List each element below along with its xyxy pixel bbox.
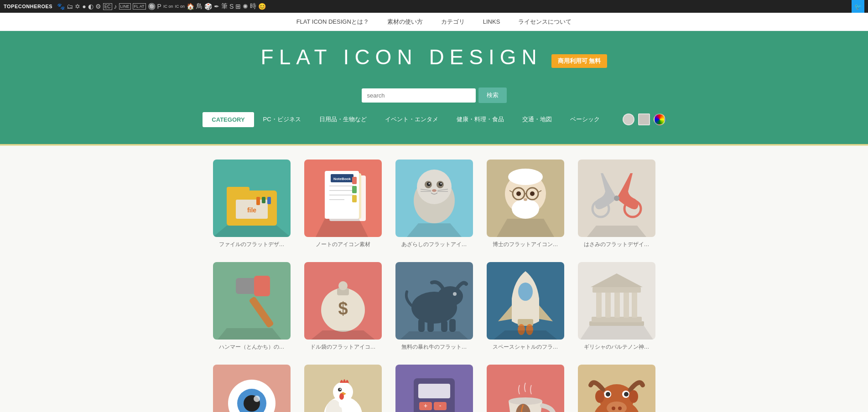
category-btn-health[interactable]: 健康・料理・食品	[447, 111, 513, 128]
svg-marker-83	[580, 326, 653, 340]
svg-text:file: file	[247, 206, 256, 214]
topbar-icon-8: ♪	[114, 3, 117, 10]
svg-text:$: $	[338, 299, 348, 318]
icon-label: ノートのアイコン素材	[316, 241, 370, 248]
topbar-icon-4: ●	[82, 3, 86, 10]
list-item[interactable]: $ ドル袋のフラットアイコ…	[304, 262, 382, 351]
svg-point-58	[338, 281, 348, 290]
icon-label: はさみのフラットデザイ…	[584, 241, 650, 248]
topbar-icon-1: 🐾	[57, 3, 65, 10]
svg-rect-81	[593, 287, 641, 293]
svg-rect-52	[249, 296, 274, 329]
icon-grid: file ファイルのフラットデザ… NoteBook	[183, 160, 685, 412]
list-item[interactable]: にわとりのフラットアイ…	[304, 365, 382, 412]
list-item[interactable]: はさみのフラットデザイ…	[578, 160, 655, 248]
svg-marker-47	[497, 219, 554, 237]
svg-rect-7	[267, 197, 271, 204]
list-item[interactable]: あざらしのフラットアイ…	[395, 160, 473, 248]
hero-search: 検索	[9, 88, 859, 103]
category-btn-event[interactable]: イベント・エンタメ	[376, 111, 447, 128]
svg-rect-64	[427, 320, 434, 332]
topbar-icon-19: 筆	[221, 2, 228, 10]
search-input[interactable]	[362, 88, 476, 103]
category-btn-transport[interactable]: 交通・地図	[513, 111, 561, 128]
list-item[interactable]: NoteBook ノートのアイコン素材	[304, 160, 382, 248]
topbar-icon-21: ⊞	[235, 3, 241, 10]
nav-item-about[interactable]: FLAT ICON DESIGNとは？	[296, 18, 369, 26]
svg-point-50	[614, 196, 619, 201]
list-item[interactable]: ギリシャのパルテノン神…	[578, 262, 655, 351]
svg-point-95	[339, 389, 341, 390]
list-item[interactable]: file ファイルのフラットデザ…	[213, 160, 291, 248]
svg-rect-66	[449, 319, 456, 332]
topbar-icon-22: ✺	[243, 3, 248, 10]
list-item[interactable]: + - × = 計算機のフラットアイコ…	[395, 365, 473, 412]
nav-item-howto[interactable]: 素材の使い方	[387, 18, 423, 26]
svg-point-126	[606, 392, 610, 397]
svg-rect-54	[254, 276, 270, 296]
svg-text:-: -	[439, 402, 441, 409]
svg-marker-35	[407, 223, 462, 237]
topbar-icon-20: S	[229, 3, 234, 10]
category-btn-basic[interactable]: ベーシック	[561, 111, 609, 128]
nav-item-links[interactable]: LINKS	[483, 18, 500, 25]
topbar-icon-11: 🔘	[148, 3, 156, 10]
topbar-icon-9: LINE	[119, 3, 131, 10]
svg-rect-77	[605, 292, 611, 318]
svg-point-44	[516, 191, 521, 196]
svg-marker-82	[591, 273, 643, 287]
hero-badge: 商用利用可 無料	[551, 54, 608, 68]
svg-marker-60	[311, 330, 375, 340]
svg-point-123	[612, 407, 615, 410]
twitter-button[interactable]: 🐦	[852, 0, 864, 13]
svg-point-130	[629, 390, 638, 403]
svg-rect-5	[256, 197, 260, 205]
list-item[interactable]: バッファローのフラット…	[578, 365, 655, 412]
icon-label: あざらしのフラットアイ…	[401, 241, 467, 248]
svg-marker-68	[400, 331, 468, 340]
list-item[interactable]: スペースシャトルのフラ…	[487, 262, 564, 351]
svg-point-124	[618, 407, 622, 410]
hero: FLAT ICON DESIGN 商用利用可 無料 検索 CATEGORY PC…	[0, 31, 868, 144]
list-item[interactable]: 博士のフラットアイコン…	[487, 160, 564, 248]
hero-title: FLAT ICON DESIGN	[261, 45, 542, 69]
list-item[interactable]: 無料の暴れ牛のフラット…	[395, 262, 473, 351]
color-multicolor[interactable]	[654, 113, 665, 125]
topbar-logo[interactable]: TOPECONHEROES	[4, 4, 52, 9]
svg-rect-19	[352, 186, 357, 193]
svg-rect-18	[352, 177, 357, 184]
color-square[interactable]	[638, 113, 650, 125]
svg-rect-65	[441, 320, 447, 332]
svg-rect-20	[352, 195, 357, 202]
search-button[interactable]: 検索	[478, 88, 507, 103]
topbar-icon-2: 🗂	[67, 3, 73, 10]
svg-point-128	[624, 392, 629, 397]
svg-point-30	[432, 189, 437, 192]
category-btn-daily[interactable]: 日用品・生物など	[310, 111, 376, 128]
icon-label: ファイルのフラットデザ…	[219, 241, 285, 248]
svg-point-45	[530, 191, 535, 196]
svg-point-129	[595, 390, 604, 403]
svg-point-117	[509, 397, 542, 405]
category-btn-all[interactable]: CATEGORY	[203, 112, 254, 127]
topbar-icon-18: ✒	[214, 3, 219, 10]
topbar-icon-15: 🏠	[187, 3, 194, 10]
topbar-icon-14: IC on	[175, 4, 185, 9]
svg-point-93	[339, 393, 344, 400]
nav-item-category[interactable]: カテゴリ	[441, 18, 465, 26]
list-item[interactable]: コーヒーカップのフラッ…	[487, 365, 564, 412]
icon-label: ハンマー（とんかち）の…	[219, 343, 285, 351]
svg-point-87	[254, 396, 260, 402]
category-btn-pc[interactable]: PC・ビジネス	[254, 111, 310, 128]
topbar-icon-17: 🎲	[204, 3, 212, 10]
topbar-icon-23: 時	[250, 2, 256, 10]
nav-item-license[interactable]: ライセンスについて	[518, 18, 572, 26]
color-gray[interactable]	[623, 113, 634, 125]
svg-point-38	[512, 199, 539, 219]
icon-label: 博士のフラットアイコン…	[493, 241, 558, 248]
list-item[interactable]: 目玉のアイコン素材	[213, 365, 291, 412]
list-item[interactable]: ハンマー（とんかち）の…	[213, 262, 291, 351]
svg-point-67	[453, 292, 457, 296]
svg-point-28	[428, 183, 430, 185]
svg-marker-8	[213, 226, 291, 237]
